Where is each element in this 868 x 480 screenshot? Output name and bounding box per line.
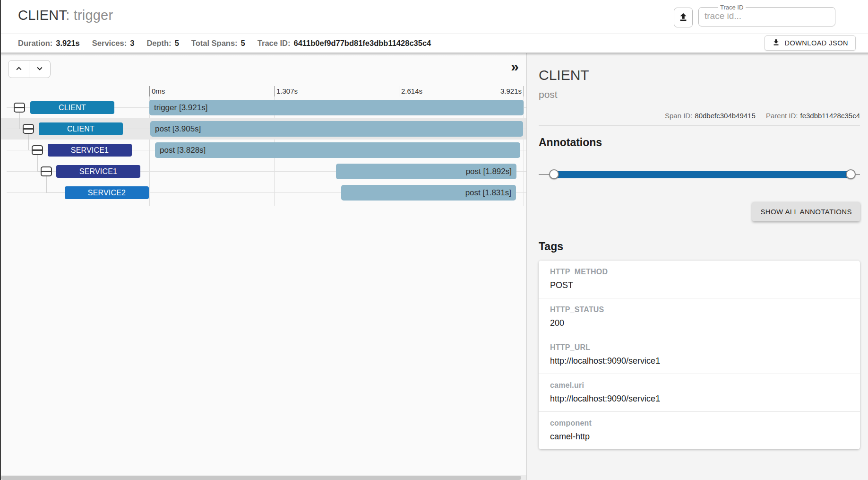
stat-value: 3: [130, 39, 134, 47]
collapse-icon[interactable]: [23, 124, 34, 134]
trace-stats: Duration:3.921sServices:3Depth:5Total Sp…: [18, 39, 443, 48]
chevron-down-icon: [34, 63, 45, 75]
tag-row: HTTP_METHODPOST: [539, 261, 860, 298]
upload-icon: [678, 12, 688, 24]
tree-connector-horizontal: [19, 129, 23, 129]
stat-item: Trace ID:6411b0ef9d77bd81fe3dbb11428c35c…: [258, 39, 431, 48]
tags-heading: Tags: [539, 240, 860, 253]
collapse-icon[interactable]: [32, 145, 43, 155]
timeline-tick-mark: [274, 86, 275, 96]
slider-handle-right[interactable]: [846, 169, 856, 179]
stat-value: 5: [175, 39, 179, 47]
trace-id-label: Trace ID: [718, 4, 746, 11]
tag-row: componentcamel-http: [539, 411, 860, 449]
service-badge[interactable]: SERVICE1: [48, 144, 132, 157]
scrollbar-thumb[interactable]: [1, 476, 521, 480]
tag-key: component: [550, 419, 849, 428]
timeline-tick-label: 1.307s: [276, 87, 298, 95]
annotations-actions: SHOW ALL ANNOTATIONS: [539, 202, 860, 221]
tag-key: HTTP_STATUS: [550, 305, 849, 314]
service-badge[interactable]: SERVICE1: [56, 165, 140, 178]
horizontal-scrollbar[interactable]: [1, 475, 526, 480]
timeline-tick-label: 0ms: [152, 87, 165, 95]
parent-id-label: Parent ID:: [766, 112, 798, 120]
span-id-group: Span ID:80dbefc304b49415: [665, 112, 756, 120]
timeline-tick-label: 2.614s: [401, 87, 422, 95]
chevron-up-icon: [14, 63, 24, 75]
detail-divider: [539, 125, 860, 126]
service-badge[interactable]: CLIENT: [30, 101, 114, 114]
tag-row: HTTP_URLhttp://localhost:9090/service1: [539, 336, 860, 374]
stat-label: Services:: [92, 39, 127, 47]
span-ids-row: Span ID:80dbefc304b49415 Parent ID:fe3db…: [539, 112, 860, 120]
stat-label: Total Spans:: [191, 39, 238, 47]
download-json-label: DOWNLOAD JSON: [784, 39, 848, 47]
page-title-separator: :: [66, 8, 74, 23]
page-title-span: trigger: [74, 8, 113, 23]
annotations-range-slider: [539, 169, 860, 180]
trace-id-input[interactable]: [703, 11, 831, 24]
top-header: CLIENT: trigger Trace ID: [1, 0, 868, 34]
tag-key: HTTP_URL: [550, 343, 849, 352]
timeline-tick-mark: [149, 86, 150, 96]
trace-timeline-panel: » 0ms1.307s2.614s3.921sCLIENTtrigger [3.…: [1, 53, 527, 480]
upload-trace-button[interactable]: [674, 8, 693, 27]
tag-value: http://localhost:9090/service1: [550, 394, 849, 404]
stat-item: Duration:3.921s: [18, 39, 80, 48]
show-all-annotations-button[interactable]: SHOW ALL ANNOTATIONS: [752, 202, 860, 221]
stat-value: 6411b0ef9d77bd81fe3dbb11428c35c4: [294, 39, 431, 47]
tree-connector-horizontal: [46, 192, 65, 193]
trace-stats-bar: Duration:3.921sServices:3Depth:5Total Sp…: [1, 34, 868, 53]
slider-fill: [553, 171, 852, 178]
tags-card: HTTP_METHODPOSTHTTP_STATUS200HTTP_URLhtt…: [539, 261, 860, 449]
stat-item: Depth:5: [146, 39, 179, 48]
timeline-grid-line: [524, 96, 524, 206]
service-badge[interactable]: CLIENT: [39, 122, 123, 135]
tag-key: camel.uri: [550, 381, 849, 390]
timeline-tick-mark: [524, 86, 524, 96]
main-area: » 0ms1.307s2.614s3.921sCLIENTtrigger [3.…: [1, 53, 868, 480]
span-bar[interactable]: post [1.831s]: [341, 185, 516, 201]
collapse-icon[interactable]: [41, 166, 52, 176]
service-badge[interactable]: SERVICE2: [65, 186, 149, 199]
expand-panel-icon[interactable]: »: [511, 60, 519, 74]
stat-label: Duration:: [18, 39, 52, 47]
page-title-service: CLIENT: [18, 8, 66, 23]
slider-handle-left[interactable]: [549, 169, 559, 179]
tag-value: POST: [550, 280, 849, 290]
annotations-heading: Annotations: [539, 136, 860, 149]
stat-label: Depth:: [146, 39, 171, 47]
timeline-tick-label: 3.921s: [489, 87, 522, 95]
span-bar[interactable]: post [3.905s]: [150, 121, 523, 137]
stat-value: 5: [241, 39, 245, 47]
stat-label: Trace ID:: [258, 39, 291, 47]
collapse-icon[interactable]: [14, 103, 25, 113]
span-id-label: Span ID:: [665, 112, 692, 120]
parent-id-value: fe3dbb11428c35c4: [800, 112, 860, 120]
span-nav-group: [8, 60, 51, 78]
span-bar[interactable]: post [3.828s]: [155, 142, 520, 158]
tag-row: camel.urihttp://localhost:9090/service1: [539, 374, 860, 411]
prev-span-button[interactable]: [8, 60, 29, 78]
tag-key: HTTP_METHOD: [550, 268, 849, 276]
download-icon: [772, 38, 780, 48]
detail-span-name: post: [539, 89, 860, 100]
detail-service-name: CLIENT: [539, 67, 860, 83]
stat-value: 3.921s: [56, 39, 79, 47]
span-id-value: 80dbefc304b49415: [695, 112, 755, 120]
tag-row: HTTP_STATUS200: [539, 298, 860, 336]
tree-connector-horizontal: [28, 150, 32, 150]
span-bar[interactable]: trigger [3.921s]: [149, 100, 524, 115]
trace-id-fieldset: Trace ID: [698, 4, 835, 26]
next-span-button[interactable]: [29, 60, 51, 78]
tag-value: http://localhost:9090/service1: [550, 356, 849, 366]
span-bar[interactable]: post [1.892s]: [336, 164, 516, 179]
tag-value: 200: [550, 318, 849, 328]
parent-id-group: Parent ID:fe3dbb11428c35c4: [766, 112, 860, 120]
download-json-button[interactable]: DOWNLOAD JSON: [765, 35, 856, 51]
tag-value: camel-http: [550, 432, 849, 442]
span-detail-panel: CLIENT post Span ID:80dbefc304b49415 Par…: [527, 53, 868, 480]
page-title: CLIENT: trigger: [18, 8, 113, 23]
stat-item: Total Spans:5: [191, 39, 245, 48]
tree-connector-horizontal: [37, 171, 41, 172]
